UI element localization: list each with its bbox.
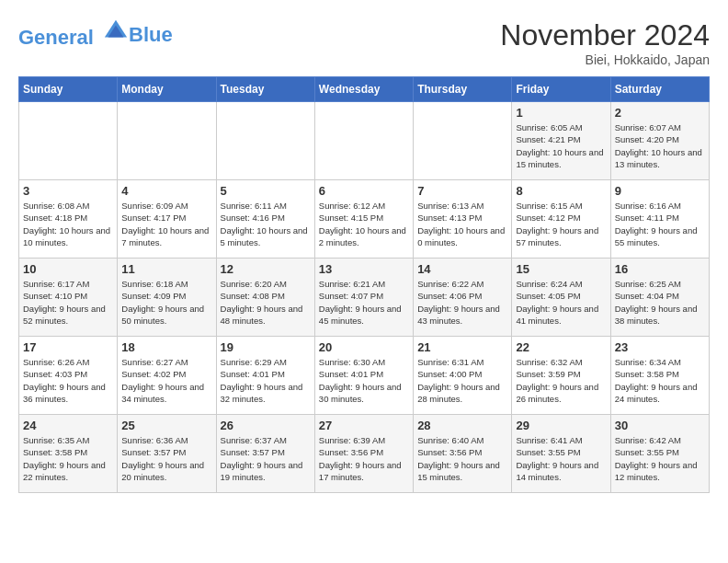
day-info: Sunrise: 6:41 AM Sunset: 3:55 PM Dayligh… [516,434,606,483]
day-cell: 28Sunrise: 6:40 AM Sunset: 3:56 PM Dayli… [414,415,512,493]
day-cell: 23Sunrise: 6:34 AM Sunset: 3:58 PM Dayli… [610,337,709,415]
week-row-4: 17Sunrise: 6:26 AM Sunset: 4:03 PM Dayli… [19,337,710,415]
day-cell: 14Sunrise: 6:22 AM Sunset: 4:06 PM Dayli… [414,259,512,337]
day-info: Sunrise: 6:22 AM Sunset: 4:06 PM Dayligh… [417,278,507,327]
day-cell: 11Sunrise: 6:18 AM Sunset: 4:09 PM Dayli… [118,259,216,337]
day-cell: 22Sunrise: 6:32 AM Sunset: 3:59 PM Dayli… [512,337,610,415]
day-info: Sunrise: 6:16 AM Sunset: 4:11 PM Dayligh… [615,200,705,248]
day-cell: 25Sunrise: 6:36 AM Sunset: 3:57 PM Dayli… [118,415,216,493]
day-number: 24 [23,419,113,432]
day-info: Sunrise: 6:11 AM Sunset: 4:16 PM Dayligh… [221,200,311,248]
day-info: Sunrise: 6:30 AM Sunset: 4:01 PM Dayligh… [319,356,409,405]
header-friday: Friday [512,77,610,102]
day-number: 18 [121,340,211,354]
header-tuesday: Tuesday [216,77,314,102]
day-info: Sunrise: 6:26 AM Sunset: 4:03 PM Dayligh… [23,356,113,405]
location: Biei, Hokkaido, Japan [500,52,710,67]
day-cell [118,102,216,180]
day-info: Sunrise: 6:09 AM Sunset: 4:17 PM Dayligh… [121,200,211,248]
day-number: 14 [417,262,507,276]
day-info: Sunrise: 6:13 AM Sunset: 4:13 PM Dayligh… [417,200,507,248]
day-number: 12 [221,262,311,276]
week-row-2: 3Sunrise: 6:08 AM Sunset: 4:18 PM Daylig… [19,180,710,259]
day-number: 29 [516,419,606,432]
day-info: Sunrise: 6:18 AM Sunset: 4:09 PM Dayligh… [121,278,211,327]
day-number: 25 [121,419,211,432]
day-info: Sunrise: 6:29 AM Sunset: 4:01 PM Dayligh… [221,356,311,405]
day-number: 2 [615,106,705,120]
day-info: Sunrise: 6:12 AM Sunset: 4:15 PM Dayligh… [319,200,409,248]
day-cell: 27Sunrise: 6:39 AM Sunset: 3:56 PM Dayli… [314,415,413,493]
day-info: Sunrise: 6:21 AM Sunset: 4:07 PM Dayligh… [319,278,409,327]
day-cell: 4Sunrise: 6:09 AM Sunset: 4:17 PM Daylig… [118,180,216,259]
day-number: 7 [417,184,507,198]
week-row-5: 24Sunrise: 6:35 AM Sunset: 3:58 PM Dayli… [19,415,710,493]
day-number: 23 [615,340,705,354]
day-info: Sunrise: 6:17 AM Sunset: 4:10 PM Dayligh… [23,278,113,327]
day-cell: 8Sunrise: 6:15 AM Sunset: 4:12 PM Daylig… [512,180,610,259]
day-info: Sunrise: 6:05 AM Sunset: 4:21 PM Dayligh… [516,121,606,170]
day-cell [216,102,314,180]
day-number: 15 [516,262,606,276]
day-cell [314,102,413,180]
day-info: Sunrise: 6:31 AM Sunset: 4:00 PM Dayligh… [417,356,507,405]
logo-icon [103,18,129,44]
logo-blue: Blue [129,24,173,46]
day-number: 1 [516,106,606,120]
day-number: 28 [417,419,507,432]
day-cell: 20Sunrise: 6:30 AM Sunset: 4:01 PM Dayli… [314,337,413,415]
day-cell: 18Sunrise: 6:27 AM Sunset: 4:02 PM Dayli… [118,337,216,415]
week-row-3: 10Sunrise: 6:17 AM Sunset: 4:10 PM Dayli… [19,259,710,337]
day-number: 30 [615,419,705,432]
day-cell: 29Sunrise: 6:41 AM Sunset: 3:55 PM Dayli… [512,415,610,493]
logo-text: General [18,18,129,49]
calendar-table: SundayMondayTuesdayWednesdayThursdayFrid… [18,76,710,493]
day-number: 5 [221,184,311,198]
day-cell: 30Sunrise: 6:42 AM Sunset: 3:55 PM Dayli… [610,415,709,493]
header-sunday: Sunday [19,77,118,102]
header-wednesday: Wednesday [314,77,413,102]
day-info: Sunrise: 6:35 AM Sunset: 3:58 PM Dayligh… [23,434,113,483]
day-number: 9 [615,184,705,198]
day-cell: 2Sunrise: 6:07 AM Sunset: 4:20 PM Daylig… [610,102,709,180]
day-number: 16 [615,262,705,276]
day-cell: 24Sunrise: 6:35 AM Sunset: 3:58 PM Dayli… [19,415,118,493]
title-area: November 2024 Biei, Hokkaido, Japan [500,18,710,67]
day-info: Sunrise: 6:37 AM Sunset: 3:57 PM Dayligh… [221,434,311,483]
day-info: Sunrise: 6:39 AM Sunset: 3:56 PM Dayligh… [319,434,409,483]
header-thursday: Thursday [414,77,512,102]
header-monday: Monday [118,77,216,102]
day-info: Sunrise: 6:25 AM Sunset: 4:04 PM Dayligh… [615,278,705,327]
day-cell: 5Sunrise: 6:11 AM Sunset: 4:16 PM Daylig… [216,180,314,259]
day-cell: 10Sunrise: 6:17 AM Sunset: 4:10 PM Dayli… [19,259,118,337]
day-number: 22 [516,340,606,354]
page-header: General Blue November 2024 Biei, Hokkaid… [18,18,710,67]
day-cell: 19Sunrise: 6:29 AM Sunset: 4:01 PM Dayli… [216,337,314,415]
day-cell [19,102,118,180]
day-info: Sunrise: 6:27 AM Sunset: 4:02 PM Dayligh… [121,356,211,405]
day-cell: 21Sunrise: 6:31 AM Sunset: 4:00 PM Dayli… [414,337,512,415]
day-info: Sunrise: 6:24 AM Sunset: 4:05 PM Dayligh… [516,278,606,327]
day-number: 11 [121,262,211,276]
day-number: 6 [319,184,409,198]
week-row-1: 1Sunrise: 6:05 AM Sunset: 4:21 PM Daylig… [19,102,710,180]
day-number: 26 [221,419,311,432]
day-cell: 3Sunrise: 6:08 AM Sunset: 4:18 PM Daylig… [19,180,118,259]
day-cell: 1Sunrise: 6:05 AM Sunset: 4:21 PM Daylig… [512,102,610,180]
day-info: Sunrise: 6:42 AM Sunset: 3:55 PM Dayligh… [615,434,705,483]
day-cell [414,102,512,180]
month-title: November 2024 [500,18,710,52]
day-cell: 13Sunrise: 6:21 AM Sunset: 4:07 PM Dayli… [314,259,413,337]
day-number: 13 [319,262,409,276]
day-cell: 7Sunrise: 6:13 AM Sunset: 4:13 PM Daylig… [414,180,512,259]
day-cell: 6Sunrise: 6:12 AM Sunset: 4:15 PM Daylig… [314,180,413,259]
day-cell: 9Sunrise: 6:16 AM Sunset: 4:11 PM Daylig… [610,180,709,259]
day-info: Sunrise: 6:40 AM Sunset: 3:56 PM Dayligh… [417,434,507,483]
day-number: 27 [319,419,409,432]
day-number: 21 [417,340,507,354]
day-number: 3 [23,184,113,198]
day-info: Sunrise: 6:36 AM Sunset: 3:57 PM Dayligh… [121,434,211,483]
day-number: 19 [221,340,311,354]
calendar-header-row: SundayMondayTuesdayWednesdayThursdayFrid… [19,77,710,102]
header-saturday: Saturday [610,77,709,102]
